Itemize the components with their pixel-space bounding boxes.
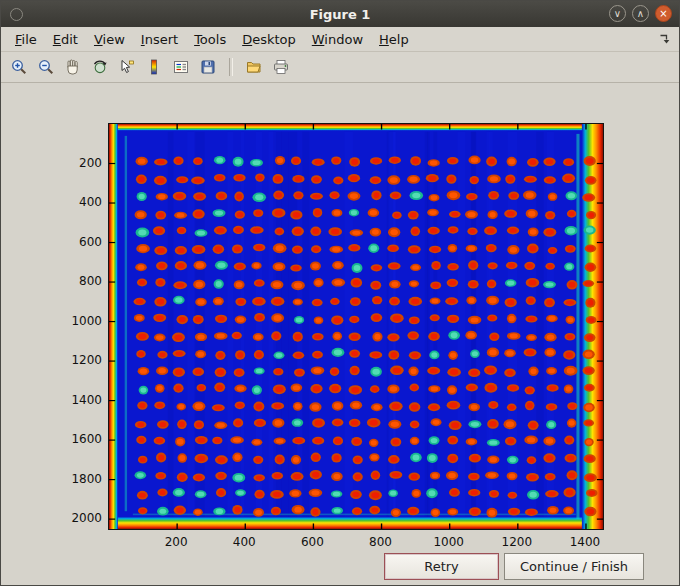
insert-legend-icon xyxy=(172,58,190,76)
menu-window[interactable]: Window xyxy=(304,29,371,50)
save-figure-button[interactable] xyxy=(196,55,220,79)
menu-insert[interactable]: Insert xyxy=(133,29,186,50)
data-cursor-button[interactable] xyxy=(115,55,139,79)
titlebar[interactable]: Figure 1 ∨ ∧ × xyxy=(1,1,679,27)
zoom-in-button[interactable] xyxy=(7,55,31,79)
menu-view[interactable]: View xyxy=(86,29,133,50)
open-folder-icon xyxy=(245,58,263,76)
x-tick-label: 200 xyxy=(154,535,198,549)
x-tick-label: 1400 xyxy=(563,535,607,549)
zoom-out-button[interactable] xyxy=(34,55,58,79)
maximize-button[interactable]: ∧ xyxy=(632,5,649,22)
y-tick-label: 600 xyxy=(62,235,102,249)
menu-desktop[interactable]: Desktop xyxy=(234,29,304,50)
pan-icon xyxy=(64,58,82,76)
minimize-button[interactable]: ∨ xyxy=(609,5,626,22)
figure-canvas: Retry Continue / Finish 2004006008001000… xyxy=(1,83,679,586)
figure-window: Figure 1 ∨ ∧ × FileEditViewInsertToolsDe… xyxy=(0,0,680,586)
open-folder-button[interactable] xyxy=(242,55,266,79)
rotate-3d-button[interactable] xyxy=(88,55,112,79)
close-button[interactable]: × xyxy=(655,5,672,22)
insert-colorbar-button[interactable] xyxy=(142,55,166,79)
window-menu-icon[interactable] xyxy=(10,8,23,21)
print-figure-icon xyxy=(272,58,290,76)
y-tick-label: 800 xyxy=(62,274,102,288)
continue-finish-button[interactable]: Continue / Finish xyxy=(504,553,644,580)
y-tick-label: 400 xyxy=(62,195,102,209)
x-tick-label: 600 xyxy=(290,535,334,549)
retry-button[interactable]: Retry xyxy=(384,553,499,580)
x-tick-label: 1000 xyxy=(427,535,471,549)
y-tick-label: 200 xyxy=(62,156,102,170)
save-figure-icon xyxy=(199,58,217,76)
y-tick-label: 1000 xyxy=(62,314,102,328)
y-tick-label: 2000 xyxy=(62,511,102,525)
window-controls: ∨ ∧ × xyxy=(609,5,672,22)
rotate-3d-icon xyxy=(91,58,109,76)
zoom-out-icon xyxy=(37,58,55,76)
y-tick-label: 1200 xyxy=(62,353,102,367)
zoom-in-icon xyxy=(10,58,28,76)
menu-tools[interactable]: Tools xyxy=(186,29,234,50)
pan-button[interactable] xyxy=(61,55,85,79)
x-tick-label: 400 xyxy=(222,535,266,549)
menu-file[interactable]: File xyxy=(7,29,45,50)
y-tick-label: 1400 xyxy=(62,393,102,407)
data-cursor-icon xyxy=(118,58,136,76)
insert-colorbar-icon xyxy=(145,58,163,76)
y-tick-label: 1600 xyxy=(62,432,102,446)
toolbar xyxy=(1,52,679,83)
x-tick-label: 800 xyxy=(359,535,403,549)
toolbar-separator xyxy=(229,58,233,76)
y-tick-label: 1800 xyxy=(62,472,102,486)
menu-edit[interactable]: Edit xyxy=(45,29,86,50)
menu-help[interactable]: Help xyxy=(371,29,417,50)
dock-figure-icon[interactable] xyxy=(657,32,671,46)
plot-area[interactable] xyxy=(108,123,604,530)
insert-legend-button[interactable] xyxy=(169,55,193,79)
heatmap-svg xyxy=(109,124,603,529)
print-figure-button[interactable] xyxy=(269,55,293,79)
window-title: Figure 1 xyxy=(310,7,371,22)
menubar: FileEditViewInsertToolsDesktopWindowHelp xyxy=(1,27,679,52)
x-tick-label: 1200 xyxy=(495,535,539,549)
